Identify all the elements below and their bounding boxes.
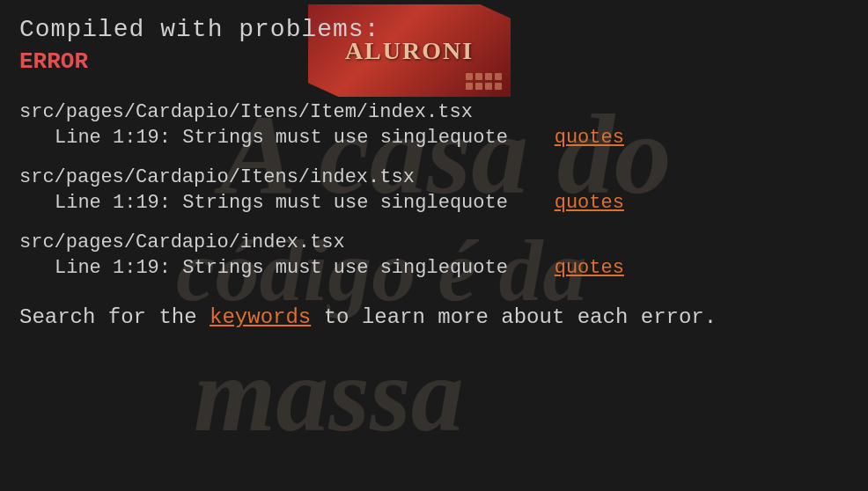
error-message-2: Strings must use singlequote — [182, 192, 508, 214]
error-line-3: Line 1:19: Strings must use singlequote … — [19, 257, 849, 279]
file-path-1: src/pages/Cardapio/Itens/Item/index.tsx — [19, 101, 849, 123]
error-link-3[interactable]: quotes — [555, 257, 624, 279]
compiled-title: Compiled with problems: — [19, 16, 849, 43]
error-link-2[interactable]: quotes — [555, 192, 624, 214]
search-text: Search for the — [19, 305, 197, 329]
error-message-3: Strings must use singlequote — [182, 257, 508, 279]
error-block-2: src/pages/Cardapio/Itens/index.tsx Line … — [19, 166, 849, 214]
line-num-2: Line 1:19: — [55, 192, 171, 214]
file-path-3: src/pages/Cardapio/index.tsx — [19, 231, 849, 253]
main-content: Compiled with problems: ERROR src/pages/… — [0, 0, 868, 345]
keywords-link[interactable]: keywords — [210, 305, 311, 329]
bg-text-3: massa — [194, 334, 464, 456]
file-path-2: src/pages/Cardapio/Itens/index.tsx — [19, 166, 849, 188]
error-label: ERROR — [19, 48, 849, 75]
error-link-1[interactable]: quotes — [555, 127, 624, 149]
error-line-2: Line 1:19: Strings must use singlequote … — [19, 192, 849, 214]
after-text: to learn more about each error. — [324, 305, 717, 329]
error-line-1: Line 1:19: Strings must use singlequote … — [19, 127, 849, 149]
error-block-3: src/pages/Cardapio/index.tsx Line 1:19: … — [19, 231, 849, 279]
line-num-1: Line 1:19: — [55, 127, 171, 149]
error-block-1: src/pages/Cardapio/Itens/Item/index.tsx … — [19, 101, 849, 149]
error-message-1: Strings must use singlequote — [182, 127, 508, 149]
search-footer: Search for the keywords to learn more ab… — [19, 305, 849, 329]
line-num-3: Line 1:19: — [55, 257, 171, 279]
